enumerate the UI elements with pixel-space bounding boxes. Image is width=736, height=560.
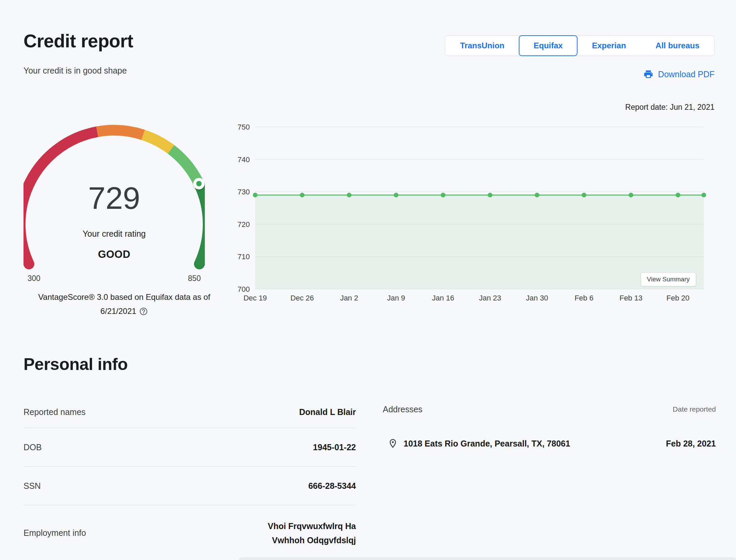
row-label: Reported names	[24, 407, 86, 417]
svg-text:Jan 30: Jan 30	[526, 294, 548, 302]
personal-info-heading: Personal info	[24, 355, 128, 374]
svg-text:750: 750	[237, 123, 250, 131]
row-label: Employment info	[24, 528, 86, 538]
row-value: Donald L Blair	[299, 405, 356, 419]
view-summary-button[interactable]: View Summary	[641, 272, 696, 286]
svg-text:700: 700	[237, 285, 250, 293]
page-subtitle: Your credit is in good shape	[24, 66, 127, 76]
next-section-edge	[239, 557, 736, 560]
credit-score-gauge: 729 Your credit rating GOOD 300 850 Vant…	[24, 124, 205, 315]
svg-text:710: 710	[237, 252, 250, 261]
tab-equifax[interactable]: Equifax	[519, 35, 578, 56]
svg-text:730: 730	[237, 188, 250, 196]
bureau-tab-group: TransUnion Equifax Experian All bureaus	[445, 35, 715, 56]
row-value: Vhoi Frqvwuxfwlrq Ha Vwhhoh Odqgvfdslqj	[245, 519, 356, 547]
row-value: 666-28-5344	[308, 479, 356, 493]
credit-rating-label: Your credit rating	[24, 229, 205, 239]
tab-all-bureaus[interactable]: All bureaus	[641, 36, 714, 56]
svg-text:Jan 23: Jan 23	[479, 294, 501, 302]
svg-text:740: 740	[237, 155, 250, 164]
address-value: 1018 Eats Rio Grande, Pearsall, TX, 7806…	[404, 438, 570, 449]
table-row-ssn: SSN 666-28-5344	[24, 467, 356, 505]
addresses-header: Addresses Date reported	[383, 396, 716, 422]
credit-rating-value: GOOD	[24, 248, 205, 261]
address-list-item: 1018 Eats Rio Grande, Pearsall, TX, 7806…	[383, 438, 716, 449]
tab-transunion[interactable]: TransUnion	[445, 36, 519, 56]
gauge-max-label: 850	[188, 274, 201, 283]
table-row-employment: Employment info Vhoi Frqvwuxfwlrq Ha Vwh…	[24, 505, 356, 560]
download-pdf-link[interactable]: Download PDF	[643, 69, 715, 79]
help-icon[interactable]	[139, 307, 148, 316]
svg-text:Jan 9: Jan 9	[387, 294, 405, 302]
personal-info-table: Reported names Donald L Blair DOB 1945-0…	[24, 396, 356, 560]
address-entry: 1018 Eats Rio Grande, Pearsall, TX, 7806…	[383, 438, 570, 449]
addresses-label: Addresses	[383, 405, 422, 414]
credit-report-page: Credit report Your credit is in good sha…	[0, 0, 736, 560]
date-reported-label: Date reported	[673, 405, 716, 413]
printer-icon	[643, 69, 653, 79]
gauge-scale: 300 850	[24, 274, 205, 283]
address-date-reported: Feb 28, 2021	[666, 438, 716, 449]
svg-text:Dec 26: Dec 26	[290, 294, 314, 302]
svg-text:Feb 13: Feb 13	[619, 294, 643, 302]
svg-text:Jan 2: Jan 2	[340, 294, 358, 302]
row-label: DOB	[24, 442, 42, 452]
report-date: Report date: Jun 21, 2021	[625, 103, 715, 112]
row-value: 1945-01-22	[313, 440, 356, 454]
score-trend-chart: 700710720730740750Dec 19Dec 26Jan 2Jan 9…	[237, 120, 717, 303]
gauge-min-label: 300	[28, 274, 40, 283]
table-row-reported-names: Reported names Donald L Blair	[24, 396, 356, 428]
svg-text:Dec 19: Dec 19	[243, 294, 267, 302]
vantage-score-caption: VantageScore® 3.0 based on Equifax data …	[24, 290, 225, 318]
svg-text:Feb 20: Feb 20	[666, 294, 690, 302]
svg-text:720: 720	[237, 220, 250, 229]
page-title: Credit report	[24, 30, 133, 52]
vantage-score-caption-text: VantageScore® 3.0 based on Equifax data …	[38, 292, 210, 316]
svg-text:Feb 6: Feb 6	[574, 294, 593, 302]
svg-text:Jan 16: Jan 16	[432, 294, 454, 302]
row-label: SSN	[24, 481, 41, 491]
location-pin-icon	[387, 438, 398, 449]
credit-score-value: 729	[24, 183, 205, 214]
table-row-dob: DOB 1945-01-22	[24, 428, 356, 467]
addresses-section: Addresses Date reported 1018 Eats Rio Gr…	[383, 396, 716, 449]
tab-experian[interactable]: Experian	[577, 36, 641, 56]
download-pdf-label: Download PDF	[658, 69, 715, 79]
